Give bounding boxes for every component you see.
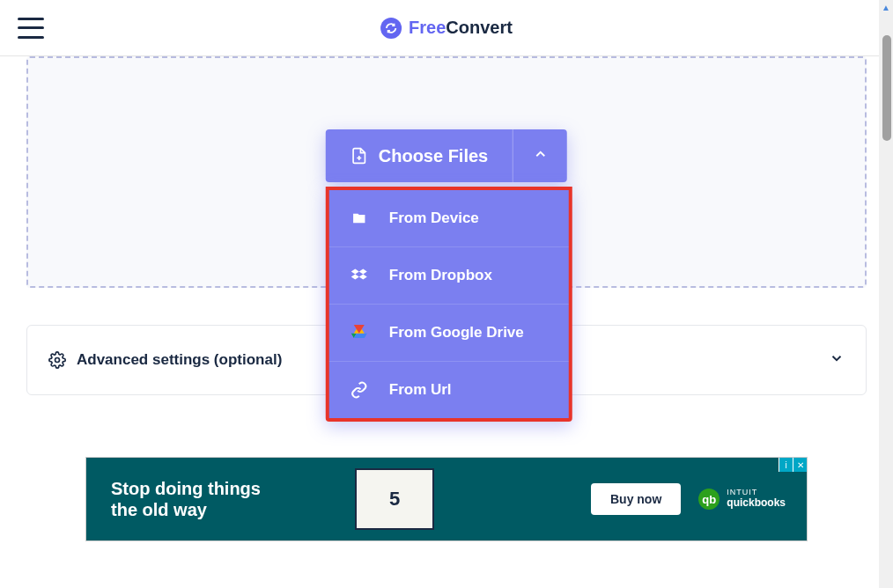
choose-files-main[interactable]: Choose Files: [326, 129, 513, 182]
from-device-label: From Device: [389, 209, 479, 227]
ad-buy-now-button[interactable]: Buy now: [591, 483, 681, 515]
source-dropdown: From Device From Dropbox From Google Dri…: [326, 187, 572, 422]
ad-illustration: 5: [298, 458, 491, 540]
refresh-circle-icon: [380, 18, 402, 39]
chevron-down-icon: [829, 350, 845, 370]
ad-headline: Stop doing things the old way: [86, 478, 298, 520]
advertisement-banner[interactable]: Stop doing things the old way 5 Buy now …: [85, 457, 808, 541]
svg-point-0: [55, 358, 60, 363]
file-plus-icon: [351, 145, 368, 166]
scroll-thumb[interactable]: [882, 35, 891, 141]
advanced-settings-label: Advanced settings (optional): [77, 351, 282, 369]
logo-text: FreeConvert: [409, 18, 513, 38]
scroll-up-arrow-icon[interactable]: ▲: [879, 0, 893, 14]
menu-hamburger-icon[interactable]: [18, 18, 44, 39]
brand-logo[interactable]: FreeConvert: [380, 18, 513, 39]
quickbooks-icon: qb: [698, 489, 720, 510]
dropbox-icon: [351, 267, 368, 284]
ad-close-icon[interactable]: ✕: [793, 458, 807, 472]
link-icon: [351, 381, 368, 399]
from-dropbox-option[interactable]: From Dropbox: [329, 247, 569, 305]
advanced-label-group: Advanced settings (optional): [48, 351, 282, 369]
ad-controls: i ✕: [779, 458, 807, 472]
logo-free-text: Free: [409, 18, 446, 37]
from-dropbox-label: From Dropbox: [389, 267, 492, 284]
from-google-drive-option[interactable]: From Google Drive: [329, 305, 569, 362]
ad-brand-text: INTUIT quickbooks: [727, 489, 786, 509]
scrollbar[interactable]: ▲: [879, 0, 893, 588]
google-drive-icon: [351, 324, 368, 342]
choose-files-wrapper: Choose Files From Device From Dropbox Fr…: [326, 129, 567, 182]
from-gdrive-label: From Google Drive: [389, 324, 524, 342]
folder-icon: [351, 209, 368, 227]
from-device-option[interactable]: From Device: [329, 190, 569, 247]
dropdown-toggle[interactable]: [513, 129, 567, 182]
from-url-option[interactable]: From Url: [329, 362, 569, 418]
chevron-up-icon: [533, 146, 549, 165]
app-header: FreeConvert: [0, 0, 893, 56]
choose-files-label: Choose Files: [379, 146, 488, 166]
ad-number: 5: [389, 488, 400, 511]
gear-icon: [48, 351, 66, 369]
ad-info-icon[interactable]: i: [779, 458, 793, 472]
ad-brand: qb INTUIT quickbooks: [698, 489, 786, 510]
logo-convert-text: Convert: [446, 18, 513, 37]
from-url-label: From Url: [389, 381, 452, 399]
choose-files-button[interactable]: Choose Files: [326, 129, 567, 182]
ad-monitor-graphic: 5: [355, 468, 434, 530]
